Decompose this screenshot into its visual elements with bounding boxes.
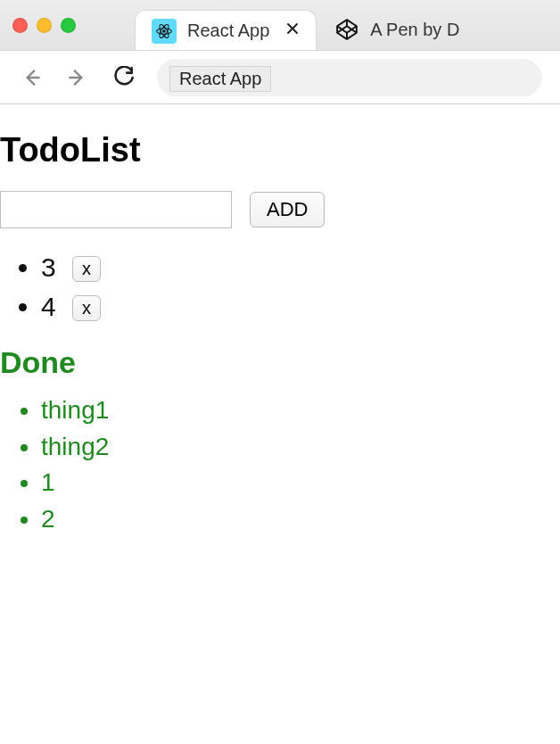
list-item: 3 x: [41, 248, 560, 287]
react-icon: [152, 19, 177, 44]
add-task-row: ADD: [0, 191, 560, 228]
list-item: thing2: [41, 429, 560, 466]
close-icon[interactable]: [285, 21, 300, 40]
reload-button[interactable]: [111, 64, 137, 91]
tab-title: React App: [187, 21, 269, 41]
list-item: 2: [41, 501, 560, 538]
done-list: thing1 thing2 1 2: [0, 393, 560, 537]
codepen-icon: [334, 17, 359, 42]
new-task-input[interactable]: [0, 191, 232, 228]
todo-label: 4: [41, 292, 56, 321]
done-section: Done thing1 thing2 1 2: [0, 345, 560, 537]
todo-list: 3 x 4 x: [0, 248, 560, 326]
tab-codepen[interactable]: A Pen by D: [318, 9, 475, 50]
list-item: 1: [41, 465, 560, 501]
page-content: TodoList ADD 3 x 4 x Done thing1 thing2 …: [0, 104, 560, 537]
forward-button[interactable]: [64, 64, 91, 91]
tabs: React App A Pen by D: [135, 0, 475, 50]
address-bar[interactable]: React App ost:3000: [157, 59, 542, 96]
list-item: thing1: [41, 393, 560, 429]
tab-title: A Pen by D: [370, 20, 459, 40]
delete-button[interactable]: x: [72, 295, 101, 321]
tab-strip: React App A Pen by D: [0, 0, 560, 50]
svg-point-0: [162, 29, 166, 33]
done-heading: Done: [0, 345, 560, 380]
tab-react-app[interactable]: React App: [135, 10, 317, 51]
back-button[interactable]: [18, 64, 45, 91]
window-controls: [12, 18, 76, 33]
browser-chrome: React App A Pen by D: [0, 0, 560, 104]
delete-button[interactable]: x: [72, 256, 101, 282]
tab-tooltip: React App: [169, 66, 271, 92]
browser-toolbar: React App ost:3000: [0, 50, 560, 103]
add-button[interactable]: ADD: [250, 192, 325, 227]
window-close-button[interactable]: [12, 18, 28, 33]
window-minimize-button[interactable]: [37, 18, 52, 33]
todo-label: 3: [41, 252, 56, 282]
page-title: TodoList: [0, 131, 560, 169]
list-item: 4 x: [41, 287, 560, 327]
window-fullscreen-button[interactable]: [61, 18, 76, 33]
